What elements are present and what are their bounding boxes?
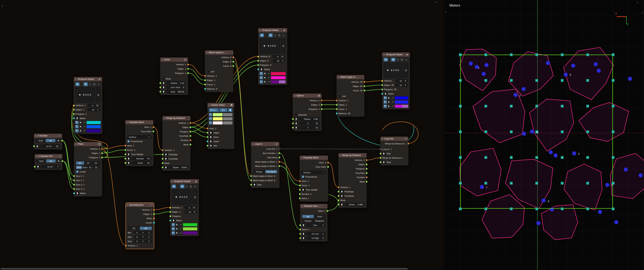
plane-vertex-handle[interactable] (484, 79, 487, 82)
socket-in[interactable] (338, 195, 340, 197)
value-field[interactable]: px2 (272, 59, 285, 62)
unbake-button[interactable] (96, 87, 101, 103)
ghost-icon[interactable] (228, 108, 232, 112)
editor-hscrollbar[interactable] (0, 267, 442, 270)
socket-in[interactable] (159, 91, 161, 93)
socket-in[interactable] (299, 197, 301, 199)
show-button[interactable]: Sh... (209, 108, 219, 112)
segment-int[interactable]: Int (302, 215, 314, 218)
node-tv_bc[interactable]: Temporal ViewerBAKEVertices. 1p19Edges. … (170, 179, 199, 236)
socket-in[interactable] (299, 193, 301, 195)
viewport-toggle-icon[interactable] (75, 129, 79, 132)
plane-vertex-handle[interactable] (586, 208, 589, 210)
collapse-chevron-icon[interactable] (206, 51, 208, 53)
node-populate_mesh_2[interactable]: Populate MeshVerts. 1Face indexSurfacePr… (300, 156, 328, 202)
plane-vertex-handle[interactable] (484, 156, 487, 159)
viewport-toggle-icon[interactable] (172, 227, 175, 230)
segment-yz[interactable]: YZ (84, 162, 92, 165)
socket-in[interactable] (124, 149, 126, 151)
value-field[interactable]: px1 (88, 108, 100, 111)
socket-in[interactable] (381, 88, 383, 90)
wire-style-icon[interactable] (179, 227, 182, 230)
eye-icon[interactable] (75, 82, 80, 86)
plane-vertex-handle[interactable] (586, 105, 589, 108)
node-random_num_gen[interactable]: Random Num GenValue. 1IntFloatUniqueWeig… (300, 204, 328, 241)
socket-out[interactable] (232, 56, 234, 58)
socket-in[interactable] (159, 86, 161, 88)
color-swatch[interactable] (86, 121, 101, 124)
collapse-chevron-icon[interactable] (294, 94, 296, 96)
wire-style-icon[interactable] (267, 76, 270, 79)
gear-icon[interactable] (57, 159, 60, 163)
collapse-chevron-icon[interactable] (162, 59, 163, 60)
value-slider[interactable]: Size1 (306, 223, 326, 227)
socket-in[interactable] (257, 68, 259, 70)
viewport-toggle-icon[interactable] (260, 72, 263, 75)
viewport-3d[interactable]: 192113756 Meters X y (444, 0, 644, 270)
value-slider[interactable]: Degr360.00 (166, 90, 186, 93)
socket-in[interactable] (336, 112, 338, 114)
socket-out[interactable] (321, 104, 323, 106)
segmented-control[interactable]: floatint (36, 159, 56, 163)
socket-out[interactable] (153, 222, 155, 224)
socket-in[interactable] (206, 132, 208, 134)
segment-xy[interactable]: XY (76, 162, 84, 165)
color-cell[interactable] (223, 121, 233, 125)
socket-in[interactable] (292, 126, 294, 129)
color-cell[interactable] (223, 117, 233, 120)
socket-out[interactable] (366, 181, 368, 183)
squiggle-icon[interactable] (282, 33, 286, 37)
value-slider[interactable]: Distan0.380 (344, 203, 365, 206)
socket-in[interactable] (380, 148, 382, 150)
socket-out[interactable] (187, 63, 189, 65)
axis-cell[interactable]: Z (146, 235, 152, 238)
node-header[interactable]: Merge by Distance (338, 153, 366, 157)
value-slider[interactable]: an int7 (40, 165, 60, 168)
node-header[interactable]: A Number (34, 134, 62, 138)
squiggle-icon[interactable] (193, 185, 197, 188)
plane-vertex-handle[interactable] (536, 79, 538, 82)
unbake-button[interactable] (192, 189, 197, 205)
node-header[interactable]: Bounding Box (126, 203, 154, 207)
viewport-toggle-icon[interactable] (260, 80, 263, 83)
plane-vertex-handle[interactable] (586, 53, 589, 56)
axis-cell[interactable]: Z (146, 240, 152, 243)
dropdown-select[interactable]: Surface (127, 135, 152, 139)
plane-vertex-handle[interactable] (536, 105, 538, 108)
node-header[interactable]: A Number.001 (35, 154, 62, 158)
radio-unchecked-icon[interactable] (162, 77, 165, 80)
node-header[interactable]: Merge by Distance (162, 116, 190, 120)
plane-vertex-handle[interactable] (510, 105, 513, 108)
color-swatch[interactable] (395, 105, 408, 108)
socket-out[interactable] (363, 85, 366, 87)
palette-icon[interactable] (176, 223, 179, 226)
socket-in[interactable] (338, 199, 340, 201)
viewport-toggle-icon[interactable] (384, 100, 387, 104)
socket-in[interactable] (206, 140, 208, 142)
socket-in[interactable] (73, 192, 75, 194)
socket-in[interactable] (250, 184, 252, 186)
plane-vertex-handle[interactable] (459, 53, 462, 56)
color-cell[interactable] (213, 121, 223, 125)
plane-vertex-handle[interactable] (459, 130, 462, 133)
socket-out[interactable] (321, 108, 323, 110)
socket-in[interactable] (162, 153, 164, 156)
collapse-chevron-icon[interactable] (127, 204, 128, 205)
squiggle-icon[interactable] (96, 82, 101, 86)
value-slider[interactable]: an int16 (40, 144, 60, 148)
plane-vertex-handle[interactable] (612, 208, 614, 210)
socket-out[interactable] (190, 126, 192, 128)
plane-vertex-handle[interactable] (459, 79, 462, 82)
axis-gizmo-y-label[interactable]: y (627, 22, 628, 25)
collapse-chevron-icon[interactable] (252, 143, 254, 144)
squiggle-icon[interactable] (404, 58, 408, 62)
color-swatch[interactable] (395, 96, 408, 100)
axis-cell[interactable]: Y (140, 240, 146, 243)
socket-out[interactable] (190, 144, 192, 146)
palette-icon[interactable] (387, 96, 391, 100)
node-sphere[interactable]: SphereVertices. 1Edges. 1Polygons. 1Sepa… (292, 93, 322, 131)
socket-in[interactable] (124, 158, 126, 160)
plane-vertex-handle[interactable] (536, 208, 538, 210)
collapse-chevron-icon[interactable] (301, 157, 302, 158)
plane-vertex-handle[interactable] (586, 130, 589, 133)
